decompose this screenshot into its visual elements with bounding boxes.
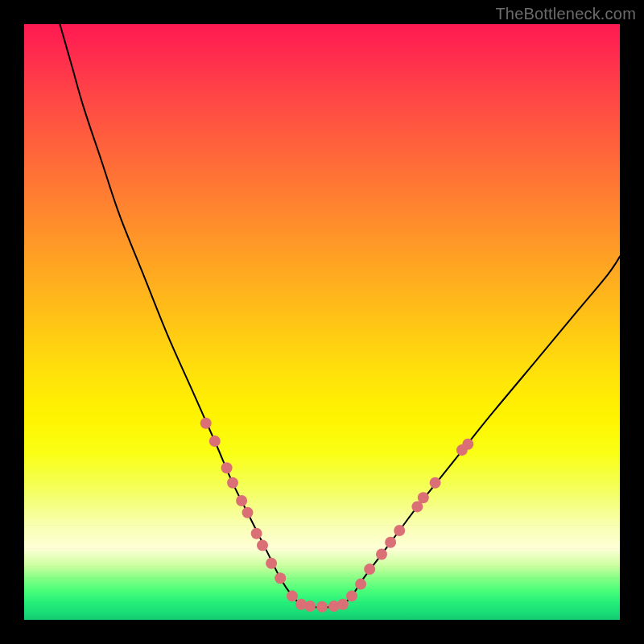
chart-frame: TheBottleneck.com	[0, 0, 644, 644]
marker-dot	[266, 558, 277, 569]
marker-dot	[346, 590, 357, 601]
marker-dot	[251, 528, 262, 539]
marker-dot	[462, 439, 473, 450]
curve-paths	[60, 24, 620, 607]
marker-dot	[200, 418, 212, 429]
plot-area	[24, 24, 620, 620]
marker-dot	[316, 601, 328, 613]
marker-dot	[376, 549, 387, 560]
marker-dot	[337, 599, 349, 610]
marker-dot	[227, 477, 238, 489]
watermark-label: TheBottleneck.com	[495, 5, 636, 23]
marker-dot	[394, 525, 405, 536]
series-left-branch	[60, 24, 301, 605]
marker-dot	[257, 540, 268, 551]
marker-dot	[364, 564, 375, 575]
marker-dot	[275, 572, 286, 584]
marker-dot	[287, 590, 298, 601]
marker-dot	[355, 579, 366, 590]
marker-dot	[236, 495, 247, 506]
marker-dot	[430, 477, 441, 489]
marker-dot	[221, 462, 233, 473]
marker-dot	[209, 436, 221, 447]
marker-dot	[385, 537, 396, 548]
curve-markers	[200, 418, 474, 613]
marker-dot	[418, 492, 429, 503]
curve-svg	[24, 24, 620, 620]
marker-dot	[304, 601, 316, 612]
marker-dot	[242, 507, 254, 518]
